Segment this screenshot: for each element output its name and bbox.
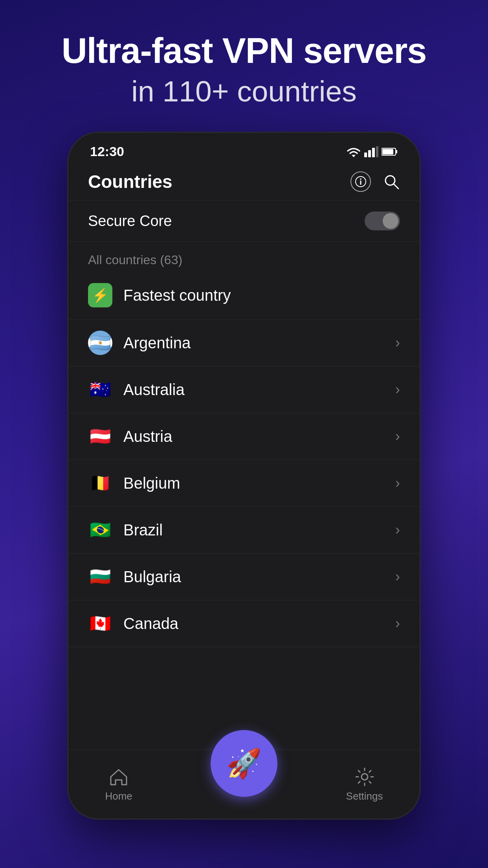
chevron-austria: ›	[395, 428, 400, 445]
svg-point-10	[360, 178, 361, 180]
country-name-australia: Australia	[123, 381, 395, 399]
nav-item-home[interactable]: Home	[105, 767, 132, 802]
section-label: All countries (63)	[68, 242, 420, 271]
status-time: 12:30	[90, 144, 124, 159]
flag-belgium: 🇧🇪	[88, 471, 112, 495]
flag-australia: 🇦🇺	[88, 377, 112, 402]
signal-icon	[364, 146, 378, 157]
svg-rect-9	[360, 180, 361, 185]
svg-marker-0	[352, 155, 356, 157]
top-bar: Countries	[68, 163, 420, 200]
svg-rect-7	[382, 149, 393, 154]
chevron-bulgaria: ›	[395, 568, 400, 585]
svg-rect-4	[376, 146, 378, 157]
country-name-bulgaria: Bulgaria	[123, 568, 395, 586]
country-row-brazil[interactable]: 🇧🇷 Brazil ›	[68, 507, 420, 554]
top-bar-actions	[350, 171, 400, 192]
svg-rect-6	[396, 150, 397, 153]
country-row-austria[interactable]: 🇦🇹 Austria ›	[68, 413, 420, 460]
flag-canada: 🇨🇦	[88, 611, 112, 636]
battery-icon	[382, 147, 398, 156]
country-list: ⚡ Fastest country 🇦🇷 Argentina › 🇦🇺 Aust…	[68, 271, 420, 647]
secure-core-toggle[interactable]	[365, 211, 400, 230]
nav-item-settings[interactable]: Settings	[346, 767, 383, 802]
headline: Ultra-fast VPN servers	[62, 31, 426, 70]
country-row-belgium[interactable]: 🇧🇪 Belgium ›	[68, 460, 420, 507]
settings-icon	[354, 767, 375, 787]
country-row-canada[interactable]: 🇨🇦 Canada ›	[68, 600, 420, 647]
secure-core-label: Secure Core	[88, 213, 172, 230]
country-name-austria: Austria	[123, 428, 395, 445]
svg-rect-3	[372, 148, 375, 157]
status-icons	[346, 146, 398, 157]
flag-bulgaria: 🇧🇬	[88, 565, 112, 589]
country-name-brazil: Brazil	[123, 521, 395, 539]
flag-austria: 🇦🇹	[88, 424, 112, 449]
settings-label: Settings	[346, 790, 383, 802]
country-name-canada: Canada	[123, 615, 395, 633]
chevron-belgium: ›	[395, 475, 400, 491]
svg-point-13	[361, 774, 368, 780]
home-label: Home	[105, 790, 132, 802]
toggle-knob	[383, 213, 398, 229]
phone-notch	[228, 133, 260, 145]
fastest-icon: ⚡	[88, 283, 112, 307]
svg-rect-2	[368, 150, 371, 157]
phone-mockup: 12:30 Countries	[67, 132, 421, 820]
wifi-icon	[346, 146, 361, 157]
subheadline: in 110+ countries	[62, 74, 426, 108]
country-name-argentina: Argentina	[123, 334, 395, 352]
country-row-bulgaria[interactable]: 🇧🇬 Bulgaria ›	[68, 554, 420, 600]
fastest-country-row[interactable]: ⚡ Fastest country	[68, 271, 420, 320]
connect-fab[interactable]: 🚀	[211, 730, 277, 797]
chevron-canada: ›	[395, 615, 400, 632]
country-name-belgium: Belgium	[123, 474, 395, 492]
svg-line-12	[394, 184, 398, 189]
svg-rect-1	[364, 153, 367, 157]
country-row-argentina[interactable]: 🇦🇷 Argentina ›	[68, 320, 420, 366]
page-title: Countries	[88, 171, 172, 192]
chevron-brazil: ›	[395, 522, 400, 538]
search-icon[interactable]	[383, 173, 400, 190]
header-section: Ultra-fast VPN servers in 110+ countries	[62, 31, 426, 108]
flag-brazil: 🇧🇷	[88, 518, 112, 542]
country-row-australia[interactable]: 🇦🇺 Australia ›	[68, 366, 420, 413]
home-icon	[108, 767, 129, 787]
fastest-country-label: Fastest country	[123, 287, 231, 304]
chevron-argentina: ›	[395, 335, 400, 351]
flag-argentina: 🇦🇷	[88, 331, 112, 355]
rocket-icon: 🚀	[226, 747, 262, 780]
info-icon[interactable]	[350, 171, 371, 192]
secure-core-row[interactable]: Secure Core	[68, 200, 420, 242]
chevron-australia: ›	[395, 381, 400, 398]
